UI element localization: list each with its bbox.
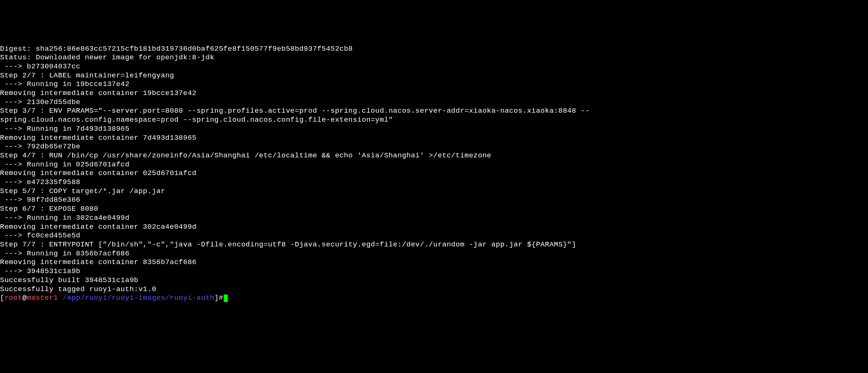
prompt-path: /app/ruoyi/ruoyi-images/ruoyi-auth (63, 294, 215, 302)
terminal-line: Removing intermediate container 025d6701… (0, 169, 868, 178)
terminal-line: ---> Running in 025d6701afcd (0, 160, 868, 169)
terminal-line: ---> 3948531c1a9b (0, 267, 868, 276)
terminal-line: Step 2/7 : LABEL maintainer=leifengyang (0, 71, 868, 80)
prompt-user: root (5, 294, 23, 302)
terminal-line: Removing intermediate container 7d493d13… (0, 134, 868, 143)
terminal-line: ---> Running in 302ca4e0499d (0, 214, 868, 223)
terminal-line: ---> Running in 8356b7acf686 (0, 249, 868, 258)
terminal-line: ---> 2130e7d55dbe (0, 98, 868, 107)
terminal-line: Step 5/7 : COPY target/*.jar /app.jar (0, 187, 868, 196)
cursor-icon (224, 294, 228, 302)
terminal-line: ---> 792db65e72be (0, 142, 868, 151)
terminal-line: Digest: sha256:86e863cc57215cfb181bd3197… (0, 45, 868, 54)
terminal-line: Step 3/7 : ENV PARAMS="--server.port=808… (0, 107, 868, 116)
prompt-host: master1 (27, 294, 58, 302)
prompt-line[interactable]: [root@master1 /app/ruoyi/ruoyi-images/ru… (0, 294, 868, 303)
terminal-line: ---> b273004037cc (0, 62, 868, 71)
terminal-line: ---> e472335f9588 (0, 178, 868, 187)
terminal-line: Successfully tagged ruoyi-auth:v1.0 (0, 285, 868, 294)
terminal-line: Status: Downloaded newer image for openj… (0, 53, 868, 62)
terminal-line: ---> 98f7dd85e366 (0, 196, 868, 205)
prompt-space (58, 294, 63, 302)
terminal-line: ---> Running in 7d493d138965 (0, 125, 868, 134)
terminal-line: Successfully built 3948531c1a9b (0, 276, 868, 285)
prompt-bracket-open: [ (0, 294, 5, 302)
terminal-line: Removing intermediate container 19bcce13… (0, 89, 868, 98)
prompt-hash: # (219, 294, 223, 302)
terminal-line: ---> fc0ced455e5d (0, 231, 868, 240)
prompt-bracket-close: ] (214, 294, 219, 302)
terminal-line: Removing intermediate container 302ca4e0… (0, 223, 868, 232)
prompt-at: @ (23, 294, 27, 302)
terminal-line: Step 6/7 : EXPOSE 8080 (0, 205, 868, 214)
terminal-line: Step 4/7 : RUN /bin/cp /usr/share/zonein… (0, 151, 868, 160)
terminal-line: Step 7/7 : ENTRYPOINT ["/bin/sh","-c","j… (0, 240, 868, 249)
terminal-line: Removing intermediate container 8356b7ac… (0, 258, 868, 267)
terminal-output[interactable]: Digest: sha256:86e863cc57215cfb181bd3197… (0, 36, 868, 373)
terminal-line: ---> Running in 19bcce137e42 (0, 80, 868, 89)
terminal-line-wrap: spring.cloud.nacos.config.namespace=prod… (0, 116, 868, 125)
